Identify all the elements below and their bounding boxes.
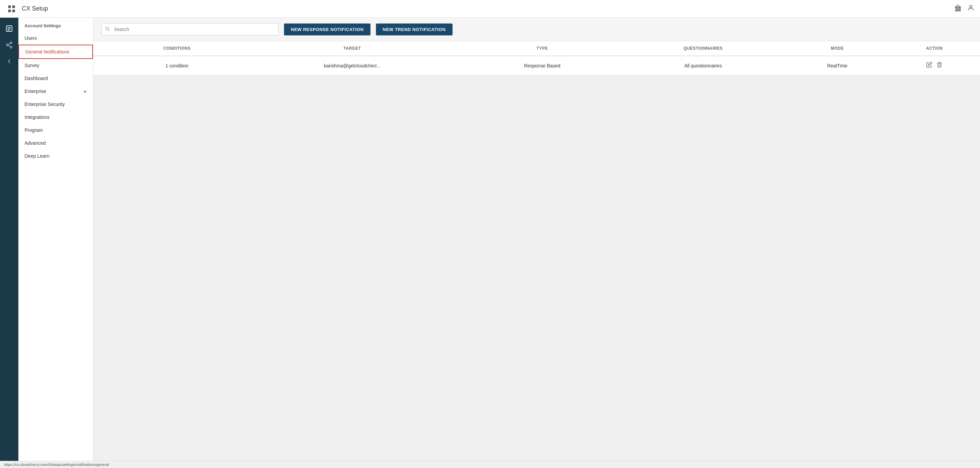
table-col-action: ACTION bbox=[889, 41, 980, 56]
table-container: CONDITIONS TARGET TYPE QUESTIONNAIRES MO… bbox=[93, 41, 980, 461]
rail-share-icon[interactable] bbox=[2, 38, 16, 52]
svg-rect-10 bbox=[959, 7, 961, 11]
sidebar-item-program-label: Program bbox=[24, 127, 43, 133]
sidebar-item-deep-learn[interactable]: Deep Learn bbox=[18, 150, 93, 162]
top-bar: CX Setup bbox=[0, 0, 980, 18]
status-url: https://cx.cloudcherry.com/#/setup/setti… bbox=[4, 463, 109, 466]
notifications-table: CONDITIONS TARGET TYPE QUESTIONNAIRES MO… bbox=[93, 41, 980, 75]
table-row: 1 condition karishma@getcloudcherr... Re… bbox=[93, 56, 980, 75]
sidebar-item-program[interactable]: Program bbox=[18, 124, 93, 137]
svg-point-21 bbox=[106, 27, 109, 30]
status-bar: https://cx.cloudcherry.com/#/setup/setti… bbox=[0, 461, 980, 468]
sidebar-item-users[interactable]: Users bbox=[18, 32, 93, 45]
table-cell-conditions: 1 condition bbox=[114, 56, 240, 75]
table-col-checkbox bbox=[93, 41, 114, 56]
sidebar-item-enterprise[interactable]: Enterprise ▶ bbox=[18, 85, 93, 98]
sidebar: Account Settings Users General Notificat… bbox=[18, 18, 93, 461]
svg-rect-8 bbox=[956, 7, 957, 11]
rail-collapse-icon[interactable] bbox=[2, 54, 16, 68]
table-cell-action bbox=[889, 56, 980, 75]
svg-rect-3 bbox=[12, 10, 15, 12]
new-trend-notification-button[interactable]: NEW TREND NOTIFICATION bbox=[376, 24, 453, 35]
sidebar-item-survey[interactable]: Survey bbox=[18, 59, 93, 72]
table-body: 1 condition karishma@getcloudcherr... Re… bbox=[93, 56, 980, 75]
sidebar-item-general-notifications-label: General Notifications bbox=[25, 49, 70, 54]
new-response-notification-button[interactable]: NEW RESPONSE NOTIFICATION bbox=[284, 24, 371, 35]
user-icon[interactable] bbox=[967, 4, 975, 13]
sidebar-item-enterprise-label: Enterprise bbox=[24, 89, 46, 94]
table-col-mode: MODE bbox=[786, 41, 889, 56]
table-col-questionnaires: QUESTIONNAIRES bbox=[620, 41, 786, 56]
svg-line-19 bbox=[8, 45, 10, 47]
main-layout: Account Settings Users General Notificat… bbox=[0, 18, 980, 461]
sidebar-item-deep-learn-label: Deep Learn bbox=[24, 153, 49, 159]
toolbar: NEW RESPONSE NOTIFICATION NEW TREND NOTI… bbox=[93, 18, 980, 41]
table-cell-questionnaires: All questionnaires bbox=[620, 56, 786, 75]
svg-rect-0 bbox=[8, 5, 11, 8]
svg-rect-2 bbox=[8, 10, 11, 12]
sidebar-item-integrations[interactable]: Integrations bbox=[18, 111, 93, 124]
svg-line-22 bbox=[108, 30, 109, 31]
table-col-target: TARGET bbox=[240, 41, 464, 56]
svg-point-16 bbox=[10, 42, 12, 44]
sidebar-item-enterprise-security-label: Enterprise Security bbox=[24, 102, 65, 107]
edit-icon[interactable] bbox=[926, 62, 932, 70]
svg-line-7 bbox=[958, 5, 961, 7]
content-area: NEW RESPONSE NOTIFICATION NEW TREND NOTI… bbox=[93, 18, 980, 461]
rail-survey-icon[interactable] bbox=[2, 22, 16, 35]
sidebar-item-integrations-label: Integrations bbox=[24, 115, 49, 120]
svg-rect-9 bbox=[958, 7, 959, 11]
svg-line-6 bbox=[955, 5, 958, 7]
svg-line-20 bbox=[8, 43, 10, 45]
sidebar-section-title: Account Settings bbox=[18, 18, 93, 32]
sidebar-item-dashboard-label: Dashboard bbox=[24, 76, 48, 81]
table-cell-checkbox bbox=[93, 56, 114, 75]
svg-rect-1 bbox=[12, 5, 15, 8]
delete-icon[interactable] bbox=[936, 62, 943, 70]
svg-point-11 bbox=[969, 5, 972, 8]
app-title: CX Setup bbox=[22, 5, 954, 12]
table-col-type: TYPE bbox=[464, 41, 620, 56]
icon-rail bbox=[0, 18, 18, 461]
sidebar-item-dashboard[interactable]: Dashboard bbox=[18, 72, 93, 85]
table-cell-mode: RealTime bbox=[786, 56, 889, 75]
search-input[interactable] bbox=[102, 23, 278, 35]
svg-point-17 bbox=[6, 44, 8, 46]
search-wrapper bbox=[102, 23, 278, 35]
svg-point-18 bbox=[10, 46, 12, 48]
action-icons bbox=[894, 62, 975, 70]
table-col-conditions: CONDITIONS bbox=[114, 41, 240, 56]
sidebar-item-survey-label: Survey bbox=[24, 63, 40, 68]
top-right-icons bbox=[954, 4, 975, 13]
table-cell-type: Response Based bbox=[464, 56, 620, 75]
sidebar-item-advanced-label: Advanced bbox=[24, 140, 46, 146]
sidebar-item-general-notifications[interactable]: General Notifications bbox=[18, 45, 93, 59]
bank-icon[interactable] bbox=[954, 4, 962, 13]
top-bar-content: CX Setup bbox=[5, 3, 975, 15]
sidebar-item-enterprise-security[interactable]: Enterprise Security bbox=[18, 98, 93, 111]
table-cell-target: karishma@getcloudcherr... bbox=[240, 56, 464, 75]
sidebar-item-users-label: Users bbox=[24, 35, 37, 41]
search-icon bbox=[105, 26, 110, 32]
grid-icon[interactable] bbox=[5, 3, 18, 15]
chevron-right-icon: ▶ bbox=[84, 89, 87, 94]
table-header: CONDITIONS TARGET TYPE QUESTIONNAIRES MO… bbox=[93, 41, 980, 56]
table-header-row: CONDITIONS TARGET TYPE QUESTIONNAIRES MO… bbox=[93, 41, 980, 56]
sidebar-item-advanced[interactable]: Advanced bbox=[18, 137, 93, 150]
